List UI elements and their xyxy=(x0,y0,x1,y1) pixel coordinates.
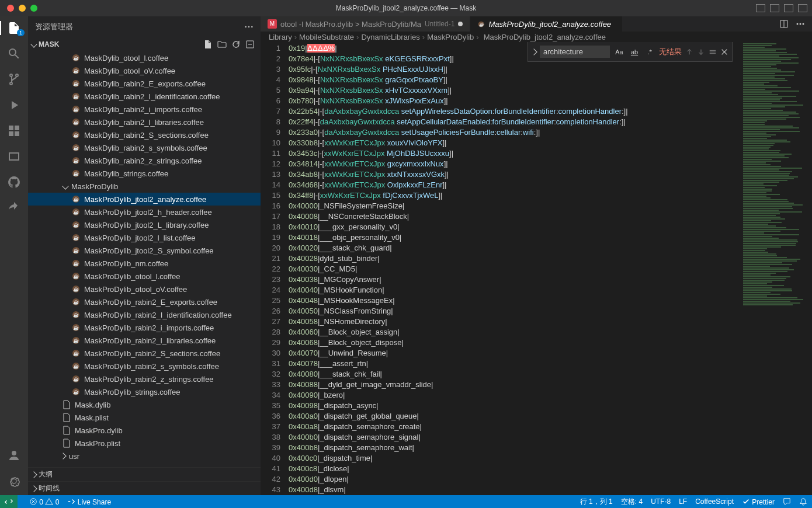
prev-match-icon[interactable] xyxy=(685,48,693,56)
eol[interactable]: LF xyxy=(679,497,687,506)
match-case-icon[interactable]: Aa xyxy=(613,46,625,58)
layout-icon[interactable] xyxy=(770,4,779,12)
file-item[interactable]: ☕MaskProDylib_rabin2_l_libraries.coffee xyxy=(28,334,261,347)
split-icon[interactable] xyxy=(779,19,789,29)
cursor-pos[interactable]: 行 1，列 1 xyxy=(580,497,613,507)
outline-section[interactable]: 大纲 xyxy=(28,467,261,481)
selection-icon[interactable] xyxy=(709,48,717,56)
project-root[interactable]: MASK xyxy=(28,37,261,51)
find-input[interactable] xyxy=(540,46,610,58)
liveshare[interactable]: Live Share xyxy=(67,497,111,506)
layout-icon[interactable] xyxy=(784,4,793,12)
file-item[interactable]: Mask.plist xyxy=(28,411,261,424)
problems[interactable]: 0 0 xyxy=(29,497,59,506)
bell-icon[interactable] xyxy=(799,497,807,506)
crumb[interactable]: MaskProDylib xyxy=(427,33,474,41)
file-item[interactable]: ☕MaskProDylib_jtool2_S_symbol.coffee xyxy=(28,244,261,257)
accounts-tab[interactable] xyxy=(0,448,28,462)
minimap[interactable] xyxy=(742,42,812,495)
file-item[interactable]: ☕MaskDylib_rabin2_S_sections.coffee xyxy=(28,128,261,141)
svg-text:☕: ☕ xyxy=(73,145,79,151)
collapse-icon[interactable] xyxy=(245,40,255,49)
close-window[interactable] xyxy=(7,5,14,12)
regex-icon[interactable]: .* xyxy=(644,46,655,58)
find-result: 无结果 xyxy=(659,47,682,57)
tab[interactable]: ☕MaskProDylib_jtool2_analyze.coffee xyxy=(470,16,623,32)
file-item[interactable]: ☕MaskProDylib_otool_l.coffee xyxy=(28,270,261,283)
chevron-right-icon[interactable] xyxy=(530,48,537,55)
crumb[interactable]: Library xyxy=(269,33,292,41)
file-item[interactable]: ☕MaskDylib_rabin2_z_strings.coffee xyxy=(28,154,261,167)
next-match-icon[interactable] xyxy=(697,48,705,56)
layout-icon[interactable] xyxy=(798,4,807,12)
file-item[interactable]: ☕MaskProDylib_jtool2_h_header.coffee xyxy=(28,206,261,218)
sidebar-header: 资源管理器 xyxy=(28,16,261,37)
remote-tab[interactable] xyxy=(0,149,28,163)
file-item[interactable]: ☕MaskProDylib_strings.coffee xyxy=(28,385,261,398)
file-item[interactable]: ☕MaskDylib_rabin2_I_identification.coffe… xyxy=(28,90,261,103)
file-item[interactable]: ☕MaskDylib_strings.coffee xyxy=(28,167,261,180)
file-item[interactable]: ☕MaskDylib_rabin2_l_libraries.coffee xyxy=(28,116,261,128)
file-item[interactable]: ☕MaskProDylib_rabin2_z_strings.coffee xyxy=(28,373,261,385)
github-tab[interactable] xyxy=(0,175,28,189)
file-item[interactable]: ☕MaskProDylib_otool_oV.coffee xyxy=(28,283,261,295)
file-item[interactable]: ☕MaskProDylib_jtool2_l_list.coffee xyxy=(28,231,261,244)
feedback-icon[interactable] xyxy=(783,497,791,506)
file-item[interactable]: ☕MaskDylib_rabin2_i_imports.coffee xyxy=(28,103,261,116)
code[interactable]: 0x19|ᐃᐃᐃᐃ%| 0x78e4|-[NxNXRxsbBxexSx eKGE… xyxy=(289,42,812,495)
new-file-icon[interactable] xyxy=(203,40,213,49)
prettier[interactable]: Prettier xyxy=(742,497,775,506)
window-title: MaskProDylib_jtool2_analyze.coffee — Mas… xyxy=(336,4,477,12)
svg-text:☕: ☕ xyxy=(73,376,79,382)
window-controls xyxy=(0,5,37,12)
more-icon[interactable] xyxy=(244,22,254,32)
encoding[interactable]: UTF-8 xyxy=(651,497,671,506)
file-item[interactable]: ☕MaskDylib_otool_l.coffee xyxy=(28,51,261,64)
tab-bar: Motool -l MaskPro.dylib > MaskProDylib/M… xyxy=(261,16,812,32)
file-item[interactable]: ☕MaskDylib_otool_oV.coffee xyxy=(28,64,261,77)
file-item[interactable]: ☕MaskDylib_rabin2_s_symbols.coffee xyxy=(28,141,261,154)
svg-text:☕: ☕ xyxy=(73,299,79,305)
refresh-icon[interactable] xyxy=(231,40,241,49)
extensions-tab[interactable] xyxy=(0,124,28,138)
file-item[interactable]: MaskPro.dylib xyxy=(28,424,261,437)
file-item[interactable]: ☕MaskProDylib_rabin2_S_sections.coffee xyxy=(28,347,261,360)
folder-item[interactable]: usr xyxy=(28,450,261,462)
file-item[interactable]: ☕MaskProDylib_nm.coffee xyxy=(28,257,261,270)
share-tab[interactable] xyxy=(0,201,28,215)
new-folder-icon[interactable] xyxy=(217,40,227,49)
scm-tab[interactable] xyxy=(0,72,28,86)
tab[interactable]: Motool -l MaskPro.dylib > MaskProDylib/M… xyxy=(261,16,470,32)
close-icon[interactable] xyxy=(720,48,728,56)
remote-button[interactable] xyxy=(0,495,18,508)
close-icon[interactable] xyxy=(615,20,615,28)
file-item[interactable]: MaskPro.plist xyxy=(28,437,261,450)
settings-tab[interactable] xyxy=(0,474,28,488)
file-item[interactable]: ☕MaskDylib_rabin2_E_exports.coffee xyxy=(28,77,261,90)
crumb[interactable]: MaskProDylib_jtool2_analyze.coffee xyxy=(484,33,606,41)
minimize-window[interactable] xyxy=(19,5,26,12)
debug-tab[interactable] xyxy=(0,98,28,112)
search-tab[interactable] xyxy=(0,47,28,61)
layout-icon[interactable] xyxy=(756,4,765,12)
file-item[interactable]: ☕MaskProDylib_rabin2_s_symbols.coffee xyxy=(28,360,261,373)
whole-word-icon[interactable]: ab xyxy=(629,46,640,58)
file-item[interactable]: ☕MaskProDylib_rabin2_i_imports.coffee xyxy=(28,321,261,334)
language[interactable]: CoffeeScript xyxy=(695,497,734,506)
breadcrumbs[interactable]: Library›MobileSubstrate›DynamicLibraries… xyxy=(261,32,812,42)
explorer-tab[interactable]: 1 xyxy=(0,21,28,35)
timeline-section[interactable]: 时间线 xyxy=(28,481,261,495)
more-icon[interactable] xyxy=(796,19,805,29)
file-item[interactable]: ☕MaskProDylib_rabin2_E_exports.coffee xyxy=(28,295,261,308)
item-label: usr xyxy=(69,452,79,461)
maximize-window[interactable] xyxy=(30,5,37,12)
folder-item[interactable]: MaskProDylib xyxy=(28,180,261,193)
crumb[interactable]: DynamicLibraries xyxy=(361,33,419,41)
file-item[interactable]: ☕MaskProDylib_rabin2_I_identification.co… xyxy=(28,308,261,321)
indent[interactable]: 空格: 4 xyxy=(621,497,643,507)
file-item[interactable]: ☕MaskProDylib_jtool2_L_library.coffee xyxy=(28,218,261,231)
crumb[interactable]: MobileSubstrate xyxy=(299,33,354,41)
file-item[interactable]: ☕MaskProDylib_jtool2_analyze.coffee xyxy=(28,193,261,206)
editor[interactable]: 1234567891011121314151617181920212223242… xyxy=(261,42,812,495)
file-item[interactable]: Mask.dylib xyxy=(28,398,261,411)
